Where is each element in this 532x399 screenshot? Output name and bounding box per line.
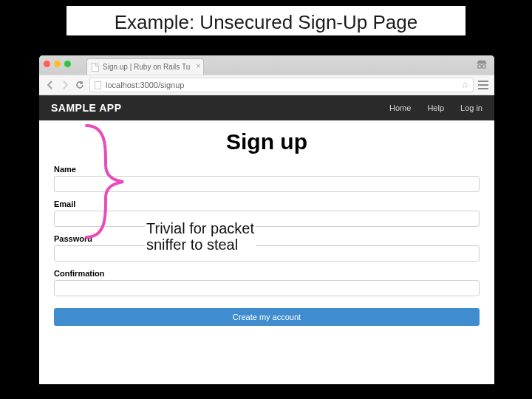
annotation-callout: Trivial for packet sniffer to steal: [145, 219, 256, 255]
forward-button[interactable]: [60, 80, 70, 90]
hamburger-menu-icon[interactable]: [478, 81, 488, 89]
annotation-line1: Trivial for packet: [146, 220, 254, 236]
label-name: Name: [54, 165, 480, 174]
window-controls: [44, 61, 71, 67]
address-bar[interactable]: localhost:3000/signup ☆: [89, 78, 474, 92]
browser-window: Sign up | Ruby on Rails Tu × lo: [39, 55, 494, 384]
tab-close-icon[interactable]: ×: [196, 62, 200, 70]
confirmation-input[interactable]: [54, 280, 480, 296]
browser-tabstrip: Sign up | Ruby on Rails Tu ×: [39, 55, 494, 75]
page-icon: [95, 81, 101, 89]
zoom-icon[interactable]: [64, 61, 71, 67]
svg-point-0: [478, 65, 482, 69]
label-confirmation: Confirmation: [54, 269, 480, 278]
incognito-icon: [475, 59, 488, 69]
page-body: Sign up Name Email Password Confirmation…: [39, 120, 494, 384]
bookmark-icon[interactable]: ☆: [461, 80, 469, 90]
label-email: Email: [54, 200, 480, 208]
nav-help[interactable]: Help: [427, 103, 444, 112]
url-text: localhost:3000/signup: [106, 81, 184, 89]
slide-title-main: Example: Unsecured Sign-Up Page: [66, 11, 466, 34]
minimize-icon[interactable]: [54, 61, 61, 67]
svg-point-1: [482, 65, 486, 69]
label-password: Password: [54, 234, 480, 243]
annotation-line2: sniffer to steal: [146, 236, 254, 253]
submit-button[interactable]: Create my account: [54, 308, 480, 326]
page-favicon-icon: [92, 63, 99, 72]
close-icon[interactable]: [44, 61, 50, 67]
app-brand[interactable]: SAMPLE APP: [51, 102, 122, 114]
slide-root: Example: Unsecured Sign-Up Page Example:…: [0, 0, 532, 399]
nav-login[interactable]: Log in: [460, 103, 482, 112]
back-button[interactable]: [45, 80, 55, 90]
nav-home[interactable]: Home: [389, 103, 411, 112]
tab-title: Sign up | Ruby on Rails Tu: [103, 63, 190, 71]
name-input[interactable]: [54, 176, 480, 192]
app-navbar: SAMPLE APP Home Help Log in: [39, 95, 494, 120]
password-input[interactable]: [54, 245, 480, 262]
page-heading: Sign up: [54, 129, 480, 154]
browser-toolbar: localhost:3000/signup ☆: [39, 75, 494, 95]
email-input[interactable]: [54, 211, 480, 227]
reload-button[interactable]: [75, 80, 85, 90]
browser-tab[interactable]: Sign up | Ruby on Rails Tu ×: [86, 58, 204, 75]
